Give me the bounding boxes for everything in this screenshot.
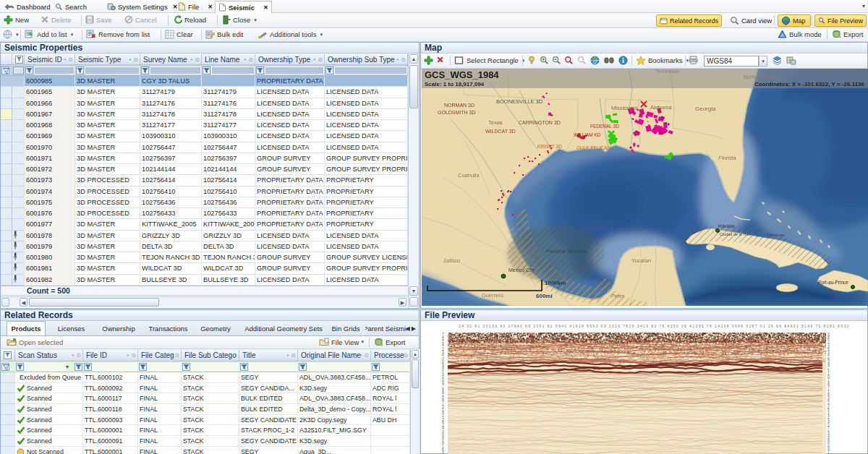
svg-text:WILDCAT 3D: WILDCAT 3D xyxy=(485,129,516,134)
svg-text:Ciudad de la Hab: Ciudad de la Hab xyxy=(720,232,751,236)
svg-text:Provincia Tamiahua: Provincia Tamiahua xyxy=(546,249,587,254)
svg-text:Peten: Peten xyxy=(611,294,624,299)
svg-text:Mississippi: Mississippi xyxy=(611,105,638,111)
svg-text:1000km: 1000km xyxy=(545,280,566,286)
svg-text:GULF PELICAN: GULF PELICAN xyxy=(576,145,610,150)
svg-text:Scale: 1 to 18,917,094: Scale: 1 to 18,917,094 xyxy=(425,81,485,87)
svg-text:GOLDSMITH 3D: GOLDSMITH 3D xyxy=(438,110,476,115)
svg-text:Texas: Texas xyxy=(488,119,503,126)
svg-text:NORMAN 3D: NORMAN 3D xyxy=(444,103,475,108)
svg-text:Matanzas: Matanzas xyxy=(767,233,785,237)
svg-text:GCS_WGS_1984: GCS_WGS_1984 xyxy=(425,69,499,80)
svg-text:Guerrero: Guerrero xyxy=(482,292,503,299)
svg-text:Mexico City: Mexico City xyxy=(509,267,535,273)
svg-text:WILLIAM KD: WILLIAM KD xyxy=(574,132,601,137)
svg-text:Havana: Havana xyxy=(718,223,735,228)
svg-text:Coordinates: X = -101.6322, Y: Coordinates: X = -101.6322, Y = -26.1136 xyxy=(754,81,864,87)
svg-text:FEDERAL 3D: FEDERAL 3D xyxy=(590,124,619,129)
svg-text:Jalisco: Jalisco xyxy=(443,257,460,264)
svg-text:Yucatan: Yucatan xyxy=(631,257,651,264)
svg-text:BOONESVILLE 3D: BOONESVILLE 3D xyxy=(496,98,543,105)
svg-text:Coahuila: Coahuila xyxy=(458,172,480,179)
svg-text:Alabama: Alabama xyxy=(650,104,672,111)
svg-text:600mi: 600mi xyxy=(536,293,553,299)
svg-text:CARRINGTON 3D: CARRINGTON 3D xyxy=(519,120,561,125)
svg-text:Georgia: Georgia xyxy=(695,106,716,112)
svg-text:Port-au-Prince: Port-au-Prince xyxy=(818,280,848,285)
svg-text:KRINET 3D: KRINET 3D xyxy=(537,144,562,149)
svg-text:Florida: Florida xyxy=(718,155,736,161)
